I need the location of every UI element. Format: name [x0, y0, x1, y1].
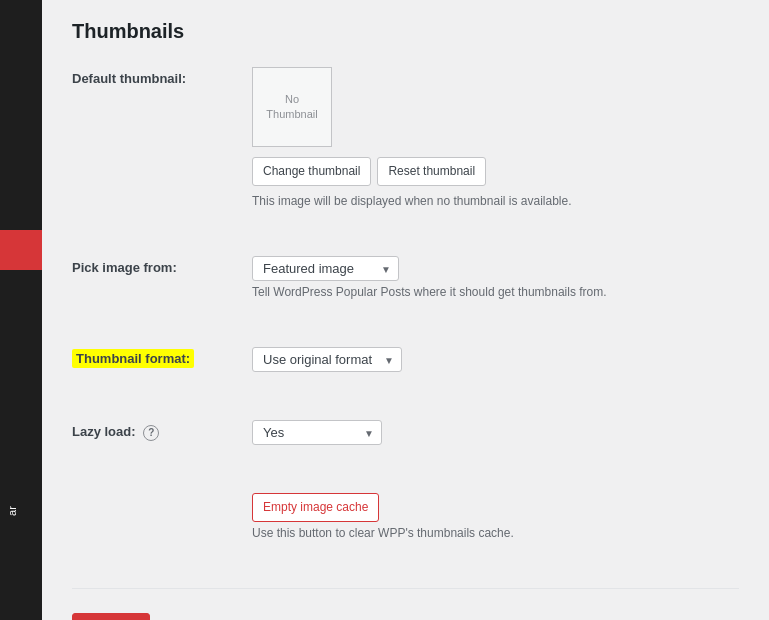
- lazy-load-select-wrapper: Yes No ▼: [252, 420, 382, 445]
- lazy-load-select[interactable]: Yes No: [252, 420, 382, 445]
- thumbnail-format-label: Thumbnail format:: [72, 347, 252, 366]
- cache-description: Use this button to clear WPP's thumbnail…: [252, 526, 739, 540]
- thumbnail-format-select-wrapper: Use original format JPEG PNG WEBP ▼: [252, 347, 402, 372]
- lazy-load-content: Yes No ▼: [252, 420, 739, 445]
- cache-content: Empty image cache Use this button to cle…: [252, 493, 739, 540]
- thumbnail-format-label-text: Thumbnail format:: [72, 349, 194, 368]
- pick-image-description: Tell WordPress Popular Posts where it sh…: [252, 285, 739, 299]
- sidebar-accent: [0, 230, 42, 270]
- thumbnail-description: This image will be displayed when no thu…: [252, 194, 739, 208]
- footer-row: Apply: [72, 613, 739, 620]
- thumbnail-format-row: Thumbnail format: Use original format JP…: [72, 347, 739, 396]
- default-thumbnail-row: Default thumbnail: No Thumbnail Change t…: [72, 67, 739, 232]
- pick-image-select-wrapper: Featured image First image in post Custo…: [252, 256, 399, 281]
- sidebar-label: ar: [6, 481, 18, 541]
- pick-image-label: Pick image from:: [72, 256, 252, 275]
- cache-row: Empty image cache Use this button to cle…: [72, 493, 739, 564]
- page-title: Thumbnails: [72, 20, 739, 43]
- pick-image-content: Featured image First image in post Custo…: [252, 256, 739, 299]
- empty-cache-button[interactable]: Empty image cache: [252, 493, 379, 522]
- footer-divider: [72, 588, 739, 589]
- main-content: Thumbnails Default thumbnail: No Thumbna…: [42, 0, 769, 620]
- lazy-load-help-icon[interactable]: ?: [143, 425, 159, 441]
- thumbnail-buttons: Change thumbnail Reset thumbnail: [252, 157, 739, 186]
- reset-thumbnail-button[interactable]: Reset thumbnail: [377, 157, 486, 186]
- thumbnail-format-select[interactable]: Use original format JPEG PNG WEBP: [252, 347, 402, 372]
- cache-label: [72, 493, 252, 497]
- pick-image-select[interactable]: Featured image First image in post Custo…: [252, 256, 399, 281]
- sidebar: ar: [0, 0, 42, 620]
- lazy-load-row: Lazy load: ? Yes No ▼: [72, 420, 739, 469]
- thumbnail-format-content: Use original format JPEG PNG WEBP ▼: [252, 347, 739, 372]
- apply-button[interactable]: Apply: [72, 613, 150, 620]
- thumbnail-preview: No Thumbnail: [252, 67, 332, 147]
- pick-image-row: Pick image from: Featured image First im…: [72, 256, 739, 323]
- no-thumbnail-text: No Thumbnail: [266, 92, 317, 123]
- lazy-load-label: Lazy load: ?: [72, 420, 252, 441]
- change-thumbnail-button[interactable]: Change thumbnail: [252, 157, 371, 186]
- default-thumbnail-content: No Thumbnail Change thumbnail Reset thum…: [252, 67, 739, 208]
- default-thumbnail-label: Default thumbnail:: [72, 67, 252, 86]
